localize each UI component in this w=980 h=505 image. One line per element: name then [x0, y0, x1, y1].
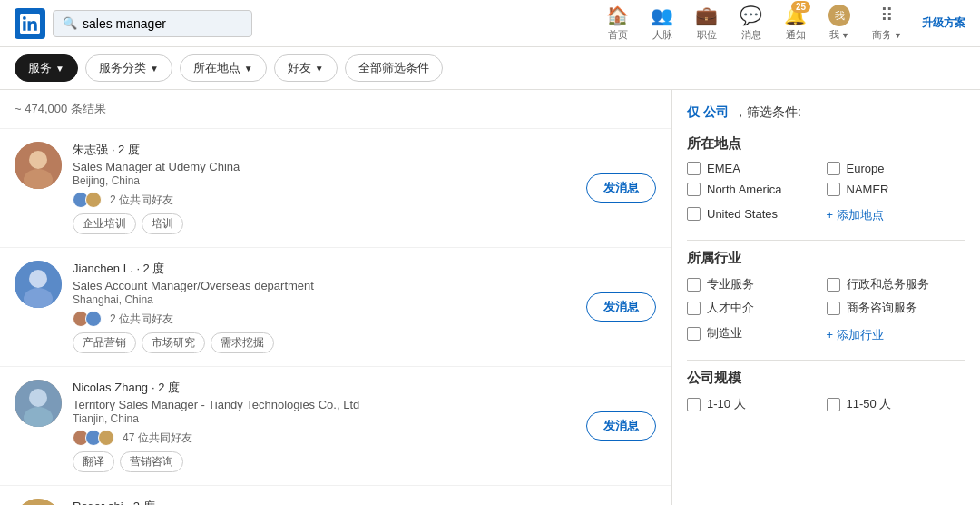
company-size-grid: 1-10 人 11-50 人	[687, 396, 965, 412]
company-size-title: 公司规模	[687, 370, 965, 387]
svg-point-1	[29, 151, 47, 169]
filter-item-admin: 行政和总务服务	[827, 276, 966, 292]
mutual-friends: 2 位共同好友	[73, 311, 575, 327]
tag: 翻译	[73, 451, 114, 472]
checkbox-admin[interactable]	[827, 278, 840, 292]
results-panel: ~ 474,000 条结果 朱志强 · 2 度 Sales Manager at…	[0, 90, 671, 505]
tag: 培训	[142, 213, 183, 234]
tag: 营销咨询	[120, 451, 183, 472]
nav-me[interactable]: 我 我 ▼	[819, 0, 859, 47]
filter-service[interactable]: 服务 ▼	[15, 54, 78, 82]
message-button[interactable]: 发消息	[586, 411, 656, 441]
person-info: 朱志强 · 2 度 Sales Manager at Udemy China B…	[73, 142, 575, 234]
avatar	[15, 380, 62, 427]
filter-friends[interactable]: 好友 ▼	[274, 54, 338, 82]
upgrade-button[interactable]: 升级方案	[922, 15, 965, 31]
person-name[interactable]: Nicolas Zhang · 2 度	[73, 380, 575, 396]
filter-service-type[interactable]: 服务分类 ▼	[85, 54, 172, 82]
person-location: Shanghai, China	[73, 293, 575, 306]
avatar: 我	[828, 5, 850, 26]
industry-section-title: 所属行业	[687, 250, 965, 267]
person-card: Jianchen L. · 2 度 Sales Account Manager/…	[0, 248, 671, 367]
nav-items: 🏠 首页 👥 人脉 💼 职位 💬 消息 🔔 25 通知 我 我 ▼ ⠿ 商务 ▼…	[597, 0, 965, 47]
checkbox-11-50[interactable]	[827, 398, 840, 411]
mutual-friends: 47 位共同好友	[73, 430, 575, 446]
person-card: 朱志强 · 2 度 Sales Manager at Udemy China B…	[0, 129, 671, 248]
checkbox-consulting[interactable]	[827, 302, 840, 315]
location-filter-grid: EMEA Europe North America NAMER United S…	[687, 162, 965, 223]
checkbox-north-america[interactable]	[687, 183, 701, 196]
message-button[interactable]: 发消息	[586, 292, 656, 322]
person-location: Beijing, China	[73, 174, 575, 187]
tags: 产品营销 市场研究 需求挖掘	[73, 332, 575, 353]
filter-bar: 服务 ▼ 服务分类 ▼ 所在地点 ▼ 好友 ▼ 全部筛选条件	[0, 47, 980, 90]
person-title: Sales Manager at Udemy China	[73, 160, 575, 173]
filter-item-namer: NAMER	[827, 183, 966, 196]
tag: 市场研究	[142, 332, 205, 353]
nav-jobs[interactable]: 💼 职位	[686, 0, 727, 47]
filter-item-1-10: 1-10 人	[687, 396, 827, 412]
person-title: Sales Account Manager/Overseas departmen…	[73, 279, 575, 292]
linkedin-logo[interactable]	[15, 8, 45, 39]
nav-network[interactable]: 👥 人脉	[642, 0, 682, 47]
filter-item-consulting: 商务咨询服务	[827, 300, 966, 316]
filter-add-location[interactable]: + 添加地点	[827, 203, 966, 223]
location-filter-section: 所在地点 EMEA Europe North America NAMER	[687, 135, 965, 223]
person-card: Nicolas Zhang · 2 度 Territory Sales Mana…	[0, 367, 671, 486]
filter-location[interactable]: 所在地点 ▼	[180, 54, 267, 82]
filter-item-us: United States	[687, 203, 827, 223]
tag: 需求挖掘	[211, 332, 274, 353]
results-count: ~ 474,000 条结果	[0, 90, 671, 129]
checkbox-namer[interactable]	[827, 183, 840, 196]
nav-messages[interactable]: 💬 消息	[730, 0, 771, 47]
svg-point-7	[29, 389, 47, 407]
checkbox-us[interactable]	[687, 207, 701, 221]
svg-point-4	[29, 270, 47, 288]
nav-notifications[interactable]: 🔔 25 通知	[775, 0, 816, 47]
filter-item-professional: 专业服务	[687, 276, 827, 292]
checkbox-manufacturing[interactable]	[687, 327, 701, 341]
checkbox-talent[interactable]	[687, 302, 701, 315]
person-info: Jianchen L. · 2 度 Sales Account Manager/…	[73, 261, 575, 353]
person-title: Territory Sales Manager - Tiandy Technol…	[73, 398, 575, 411]
checkbox-emea[interactable]	[687, 162, 701, 175]
svg-rect-9	[15, 499, 62, 505]
avatar	[15, 142, 62, 189]
person-info: Roger shi · 2 度 sales Manager,focus on m…	[73, 499, 564, 505]
filter-item-emea: EMEA	[687, 162, 827, 175]
tag: 产品营销	[73, 332, 136, 353]
filter-item-europe: Europe	[827, 162, 966, 175]
location-section-title: 所在地点	[687, 135, 965, 153]
filter-item-talent: 人才中介	[687, 300, 827, 316]
person-name[interactable]: Jianchen L. · 2 度	[73, 261, 575, 277]
tags: 翻译 营销咨询	[73, 451, 575, 472]
nav-home[interactable]: 🏠 首页	[597, 0, 638, 47]
person-card: Roger shi · 2 度 sales Manager,focus on m…	[0, 486, 671, 505]
nav-business[interactable]: ⠿ 商务 ▼	[863, 0, 911, 47]
filter-item-11-50: 11-50 人	[827, 396, 966, 412]
mutual-friends: 2 位共同好友	[73, 192, 575, 208]
top-navigation: 🔍 🏠 首页 👥 人脉 💼 职位 💬 消息 🔔 25 通知 我 我 ▼	[0, 0, 980, 47]
checkbox-professional[interactable]	[687, 278, 701, 292]
filter-item-north-america: North America	[687, 183, 827, 196]
search-input[interactable]	[83, 16, 242, 31]
filter-panel-header: 仅 公司 ，筛选条件:	[687, 104, 965, 121]
industry-filter-grid: 专业服务 行政和总务服务 人才中介 商务咨询服务 制造业	[687, 276, 965, 343]
search-icon: 🔍	[63, 16, 77, 30]
search-bar[interactable]: 🔍	[53, 10, 252, 37]
person-location: Tianjin, China	[73, 412, 575, 425]
avatar	[15, 499, 62, 505]
filter-item-manufacturing: 制造业	[687, 323, 827, 343]
tags: 企业培训 培训	[73, 213, 575, 234]
avatar	[15, 261, 62, 308]
checkbox-europe[interactable]	[827, 162, 840, 175]
checkbox-1-10[interactable]	[687, 398, 701, 411]
person-info: Nicolas Zhang · 2 度 Territory Sales Mana…	[73, 380, 575, 472]
filter-add-industry[interactable]: + 添加行业	[827, 323, 966, 343]
person-name[interactable]: Roger shi · 2 度	[73, 499, 564, 505]
notification-badge: 25	[791, 1, 810, 13]
filter-all[interactable]: 全部筛选条件	[345, 54, 443, 82]
message-button[interactable]: 发消息	[586, 173, 656, 203]
company-filter-link: 仅 公司	[687, 104, 729, 121]
person-name[interactable]: 朱志强 · 2 度	[73, 142, 575, 158]
